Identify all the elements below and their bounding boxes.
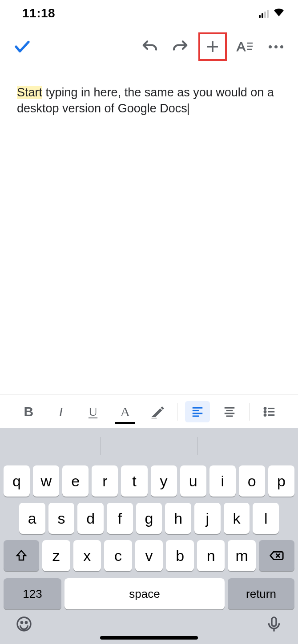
key-i[interactable]: i <box>209 465 236 497</box>
key-backspace[interactable] <box>259 540 294 571</box>
underline-button[interactable]: U <box>81 401 105 422</box>
key-return[interactable]: return <box>228 578 294 609</box>
align-left-button[interactable] <box>185 401 210 422</box>
key-h[interactable]: h <box>165 503 191 534</box>
key-m[interactable]: m <box>228 540 256 571</box>
emoji-button[interactable] <box>15 615 33 635</box>
svg-rect-26 <box>272 617 276 626</box>
undo-button[interactable] <box>136 33 163 60</box>
status-time: 11:18 <box>22 6 55 20</box>
suggestion-slot[interactable] <box>101 433 198 459</box>
key-b[interactable]: b <box>166 540 194 571</box>
key-r[interactable]: r <box>92 465 118 497</box>
align-center-button[interactable] <box>217 401 242 422</box>
keyboard-row-3: z x c v b n m <box>3 540 295 571</box>
body-text: typing in here, the same as you would on… <box>17 86 274 115</box>
more-icon <box>269 45 283 48</box>
text-color-button[interactable]: A <box>113 401 137 422</box>
bold-button[interactable]: B <box>16 401 41 422</box>
key-t[interactable]: t <box>121 465 147 497</box>
key-k[interactable]: k <box>224 503 250 534</box>
separator <box>177 403 177 421</box>
keyboard-row-1: q w e r t y u i o p <box>3 465 295 497</box>
svg-point-17 <box>264 411 266 413</box>
wifi-icon <box>273 7 285 20</box>
done-button[interactable] <box>9 33 36 60</box>
key-a[interactable]: a <box>19 503 45 534</box>
key-c[interactable]: c <box>104 540 132 571</box>
key-e[interactable]: e <box>62 465 89 497</box>
key-f[interactable]: f <box>107 503 133 534</box>
key-shift[interactable] <box>4 540 39 571</box>
key-x[interactable]: x <box>73 540 101 571</box>
status-indicators <box>259 7 285 20</box>
key-l[interactable]: l <box>253 503 279 534</box>
key-space[interactable]: space <box>64 578 225 609</box>
key-p[interactable]: p <box>268 465 294 497</box>
key-y[interactable]: y <box>151 465 177 497</box>
suggestion-slot[interactable] <box>198 433 295 459</box>
insert-button-highlighted[interactable] <box>198 32 227 61</box>
key-n[interactable]: n <box>197 540 225 571</box>
suggestion-bar <box>3 433 295 459</box>
keyboard-row-2: a s d f g h j k l <box>3 503 295 534</box>
key-z[interactable]: z <box>42 540 70 571</box>
key-numbers[interactable]: 123 <box>4 578 61 609</box>
key-w[interactable]: w <box>33 465 59 497</box>
key-v[interactable]: v <box>135 540 163 571</box>
key-d[interactable]: d <box>77 503 104 534</box>
italic-button[interactable]: I <box>48 401 73 422</box>
bullet-list-button[interactable] <box>257 401 282 422</box>
separator <box>249 403 250 421</box>
status-bar: 11:18 <box>0 0 298 27</box>
svg-point-15 <box>264 407 266 409</box>
text-cursor <box>188 103 189 115</box>
keyboard: q w e r t y u i o p a s d f g h j k l z … <box>0 428 298 644</box>
highlight-button[interactable] <box>145 401 170 422</box>
key-g[interactable]: g <box>136 503 162 534</box>
key-j[interactable]: j <box>194 503 221 534</box>
top-toolbar: A <box>0 27 298 67</box>
key-q[interactable]: q <box>4 465 30 497</box>
format-toolbar: B I U A <box>0 394 298 428</box>
cellular-signal-icon <box>259 9 269 18</box>
suggestion-slot[interactable] <box>3 433 100 459</box>
svg-text:A: A <box>237 39 246 54</box>
key-u[interactable]: u <box>180 465 206 497</box>
svg-point-19 <box>264 414 266 416</box>
text-format-button[interactable]: A <box>231 33 258 60</box>
keyboard-row-4: 123 space return <box>3 578 295 609</box>
key-o[interactable]: o <box>239 465 265 497</box>
key-s[interactable]: s <box>48 503 75 534</box>
dictation-button[interactable] <box>265 615 283 635</box>
highlighted-text: Start <box>17 86 42 99</box>
more-button[interactable] <box>262 33 289 60</box>
svg-point-25 <box>25 622 27 623</box>
document-body[interactable]: Start typing in here, the same as you wo… <box>0 67 298 394</box>
redo-button[interactable] <box>167 33 194 60</box>
home-indicator[interactable] <box>100 636 198 640</box>
svg-point-24 <box>21 622 22 623</box>
